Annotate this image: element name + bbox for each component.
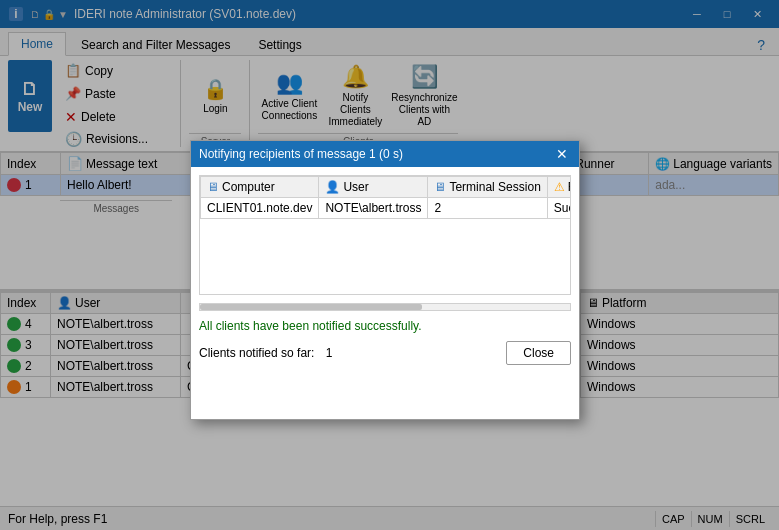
modal-content: 🖥 Computer 👤 User <box>191 167 579 373</box>
modal-row-user: NOTE\albert.tross <box>319 198 428 219</box>
modal-table: 🖥 Computer 👤 User <box>200 176 571 219</box>
modal-title: Notifying recipients of message 1 (0 s) <box>199 147 403 161</box>
modal-col-user: 👤 User <box>319 177 428 198</box>
modal-dialog: Notifying recipients of message 1 (0 s) … <box>190 140 580 420</box>
modal-scrollbar-thumb <box>200 304 422 310</box>
result-col-label: Re <box>568 180 571 194</box>
modal-col-terminal: 🖥 Terminal Session <box>428 177 547 198</box>
modal-row-terminal: 2 <box>428 198 547 219</box>
modal-status-text: All clients have been notified successfu… <box>199 319 571 333</box>
modal-row-computer: CLIENT01.note.dev <box>201 198 319 219</box>
modal-scrollbar[interactable] <box>199 303 571 311</box>
modal-footer: Clients notified so far: 1 Close <box>199 341 571 365</box>
modal-user-col-label: User <box>343 180 368 194</box>
notified-label: Clients notified so far: <box>199 346 314 360</box>
modal-col-result: ⚠ Re <box>547 177 571 198</box>
modal-table-container: 🖥 Computer 👤 User <box>199 175 571 295</box>
modal-close-x-button[interactable]: ✕ <box>553 145 571 163</box>
computer-col-label: Computer <box>222 180 275 194</box>
notified-count: 1 <box>326 346 333 360</box>
result-col-icon: ⚠ <box>554 180 565 194</box>
modal-close-button[interactable]: Close <box>506 341 571 365</box>
modal-table-row[interactable]: CLIENT01.note.dev NOTE\albert.tross 2 Su… <box>201 198 572 219</box>
modal-col-computer: 🖥 Computer <box>201 177 319 198</box>
modal-row-result: Success <box>547 198 571 219</box>
terminal-col-label: Terminal Session <box>449 180 540 194</box>
modal-notified-info: Clients notified so far: 1 <box>199 346 332 360</box>
modal-overlay: Notifying recipients of message 1 (0 s) … <box>0 0 779 530</box>
modal-user-col-icon: 👤 <box>325 180 340 194</box>
terminal-col-icon: 🖥 <box>434 180 446 194</box>
computer-col-icon: 🖥 <box>207 180 219 194</box>
modal-titlebar: Notifying recipients of message 1 (0 s) … <box>191 141 579 167</box>
